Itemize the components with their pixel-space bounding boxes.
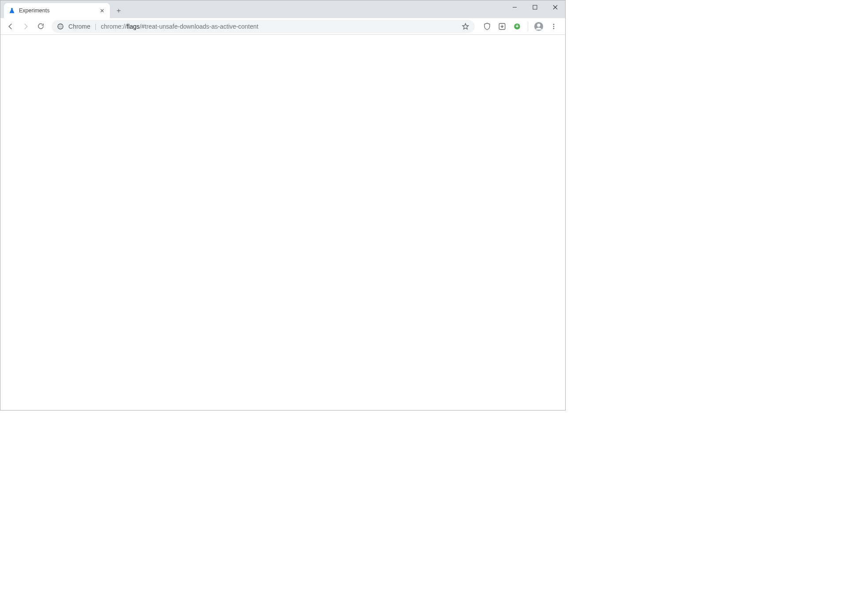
page-content[interactable]: Reset all to default Treat risky downloa…: [0, 35, 565, 410]
url-separator: |: [95, 23, 97, 30]
idm-extension-icon[interactable]: [511, 20, 523, 33]
toolbar-divider: [528, 22, 528, 31]
back-button[interactable]: [4, 20, 17, 33]
bookmark-star-icon[interactable]: [462, 22, 469, 30]
svg-point-12: [553, 28, 555, 29]
svg-point-10: [553, 24, 555, 25]
url-scheme-label: Chrome: [68, 23, 90, 30]
site-info-icon[interactable]: [57, 23, 64, 30]
minimize-button[interactable]: [504, 0, 525, 14]
close-tab-icon[interactable]: ✕: [98, 8, 105, 14]
new-tab-button[interactable]: ＋: [113, 4, 125, 17]
browser-toolbar: Chrome | chrome://flags/#treat-unsafe-do…: [0, 18, 565, 35]
forward-button[interactable]: [19, 20, 32, 33]
svg-rect-1: [533, 5, 537, 9]
chrome-menu-icon[interactable]: [548, 20, 560, 33]
window-controls: [504, 0, 565, 14]
browser-tab[interactable]: Experiments ✕: [4, 3, 110, 18]
shield-extension-icon[interactable]: [481, 20, 493, 33]
extension-icons: [479, 20, 562, 33]
url-text: chrome://flags/#treat-unsafe-downloads-a…: [101, 23, 258, 30]
download-extension-icon[interactable]: [496, 20, 508, 33]
address-bar[interactable]: Chrome | chrome://flags/#treat-unsafe-do…: [52, 20, 475, 33]
profile-avatar-icon[interactable]: [533, 20, 545, 33]
svg-point-9: [537, 23, 540, 26]
maximize-button[interactable]: [525, 0, 545, 14]
scroll-spacer: [0, 35, 565, 410]
tab-title: Experiments: [19, 7, 49, 14]
reload-button[interactable]: [34, 20, 47, 33]
titlebar: Experiments ✕ ＋: [0, 0, 565, 18]
flask-icon: [8, 7, 15, 14]
close-window-button[interactable]: [545, 0, 565, 14]
svg-point-11: [553, 26, 555, 27]
